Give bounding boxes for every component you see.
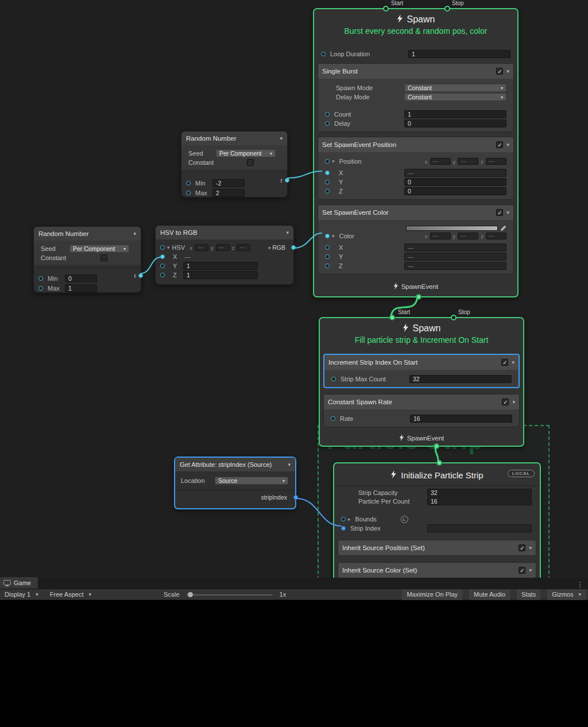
foldout-icon[interactable]: ▾ xyxy=(332,233,335,239)
block-set-color-header[interactable]: Set SpawnEvent Color ✓ ▾ xyxy=(318,205,513,220)
delay-field[interactable]: 0 xyxy=(404,119,506,127)
mute-audio-button[interactable]: Mute Audio xyxy=(469,589,510,600)
flow-port-start[interactable] xyxy=(383,6,389,11)
vfx-graph-canvas[interactable]: Particle Strip Start Stop Spawn Burst ev… xyxy=(0,0,588,578)
foldout-icon[interactable]: ▾ xyxy=(332,158,335,164)
enabled-checkbox[interactable]: ✓ xyxy=(502,399,509,405)
position-port[interactable] xyxy=(325,159,330,164)
max-port[interactable] xyxy=(186,191,191,195)
color-port[interactable] xyxy=(325,234,330,238)
seed-dropdown[interactable]: Per Component ▾ xyxy=(216,149,276,157)
strip-max-count-port[interactable] xyxy=(331,377,336,381)
hsv-to-rgb-node[interactable]: HSV to RGB ▾ ▾ HSV x— y— z— ▸ RGB X xyxy=(155,225,294,285)
display-dropdown[interactable]: Display 1 ▾ xyxy=(2,589,41,600)
count-field[interactable]: 1 xyxy=(404,110,506,118)
axis-y-field[interactable]: — xyxy=(458,158,478,165)
block-inherit-color-header[interactable]: Inherit Source Color (Set) ✓ ▾ xyxy=(338,563,536,578)
position-y-port[interactable] xyxy=(325,180,330,184)
node-header[interactable]: Get Attribute: stripIndex (Source) ▾ xyxy=(175,458,295,471)
gizmos-dropdown[interactable]: Gizmos ▾ xyxy=(547,589,586,600)
node-header[interactable]: HSV to RGB ▾ xyxy=(156,226,293,239)
spawn-mode-dropdown[interactable]: Constant ▾ xyxy=(404,84,506,92)
axis-y-field[interactable]: — xyxy=(216,244,230,251)
rate-port[interactable] xyxy=(331,416,335,421)
min-field[interactable]: -2 xyxy=(212,179,245,187)
maximize-on-play-button[interactable]: Maximize On Play xyxy=(402,589,462,600)
hsv-z-port[interactable] xyxy=(160,273,165,277)
foldout-icon[interactable]: ▸ xyxy=(269,245,272,250)
foldout-icon[interactable]: ▾ xyxy=(167,245,170,250)
loop-duration-port[interactable] xyxy=(321,52,326,56)
chevron-down-icon[interactable]: ▾ xyxy=(286,230,289,235)
chevron-down-icon[interactable]: ▾ xyxy=(529,545,532,551)
get-attribute-node[interactable]: Get Attribute: stripIndex (Source) ▾ Loc… xyxy=(174,457,296,509)
block-increment-header[interactable]: Increment Strip Index On Start ✓ ▾ xyxy=(324,355,519,370)
chevron-down-icon[interactable]: ▾ xyxy=(133,231,136,237)
max-field[interactable]: 2 xyxy=(212,189,245,197)
delay-port[interactable] xyxy=(325,121,330,126)
bounds-local-icon[interactable]: L xyxy=(401,516,408,523)
min-field[interactable]: 0 xyxy=(65,274,97,283)
rate-field[interactable]: 16 xyxy=(410,415,512,423)
scale-slider-knob[interactable] xyxy=(188,592,193,597)
scale-slider[interactable] xyxy=(187,589,273,600)
axis-z-field[interactable]: — xyxy=(237,244,250,251)
constant-checkbox[interactable] xyxy=(247,159,254,166)
hsv-y-field[interactable]: 1 xyxy=(183,262,258,270)
strip-index-field[interactable] xyxy=(427,524,532,532)
bounds-port[interactable] xyxy=(341,517,346,521)
position-z-field[interactable]: 0 xyxy=(404,187,506,195)
stats-button[interactable]: Stats xyxy=(517,589,540,600)
min-port[interactable] xyxy=(186,181,191,185)
position-z-port[interactable] xyxy=(325,189,330,194)
hsv-z-field[interactable]: 1 xyxy=(183,271,258,279)
max-port[interactable] xyxy=(38,286,43,291)
more-options-icon[interactable]: ⋮ xyxy=(572,581,588,589)
block-rate-header[interactable]: Constant Spawn Rate ✓ ▾ xyxy=(324,395,519,409)
flow-port-stop[interactable] xyxy=(444,6,450,11)
enabled-checkbox[interactable]: ✓ xyxy=(501,359,508,366)
hsv-x-port[interactable] xyxy=(160,254,165,259)
max-field[interactable]: 1 xyxy=(65,284,97,292)
delay-mode-dropdown[interactable]: Constant ▾ xyxy=(404,93,506,101)
chevron-down-icon[interactable]: ▾ xyxy=(506,142,509,148)
foldout-icon[interactable]: ▸ xyxy=(348,516,351,522)
hsv-y-port[interactable] xyxy=(160,264,165,268)
chevron-down-icon[interactable]: ▾ xyxy=(506,68,509,74)
color-x-port[interactable] xyxy=(325,245,330,250)
flow-port-stop[interactable] xyxy=(451,315,457,320)
random-number-node-1[interactable]: Random Number ▾ Seed Per Component ▾ Con… xyxy=(181,131,288,198)
position-x-port[interactable] xyxy=(325,171,330,175)
chevron-down-icon[interactable]: ▾ xyxy=(529,567,532,573)
chevron-down-icon[interactable]: ▾ xyxy=(288,462,291,467)
axis-x-field[interactable]: — xyxy=(430,158,451,165)
output-r-port[interactable] xyxy=(138,273,143,278)
color-x-field[interactable]: — xyxy=(404,243,506,252)
enabled-checkbox[interactable]: ✓ xyxy=(519,544,525,551)
hsv-port[interactable] xyxy=(160,245,165,250)
chevron-down-icon[interactable]: ▾ xyxy=(506,210,509,215)
axis-x-field[interactable]: — xyxy=(195,244,208,251)
min-port[interactable] xyxy=(38,276,43,281)
strip-capacity-field[interactable]: 32 xyxy=(427,489,532,497)
chevron-down-icon[interactable]: ▾ xyxy=(512,399,515,405)
color-y-port[interactable] xyxy=(325,254,330,259)
node-header[interactable]: Random Number ▾ xyxy=(181,132,287,145)
initialize-particle-strip-context[interactable]: Initialize Particle Strip LOCAL Strip Ca… xyxy=(333,462,541,578)
strip-max-count-field[interactable]: 32 xyxy=(409,375,512,383)
flow-port-spawnevent-out[interactable] xyxy=(434,443,439,449)
output-r-port[interactable] xyxy=(285,178,289,183)
enabled-checkbox[interactable]: ✓ xyxy=(496,141,503,148)
rgb-output-port[interactable] xyxy=(291,245,296,250)
spawn-context-burst[interactable]: Start Stop Spawn Burst every second & ra… xyxy=(313,8,519,297)
tab-game[interactable]: Game xyxy=(0,577,38,589)
strip-index-port[interactable] xyxy=(341,526,346,531)
flow-port-start[interactable] xyxy=(389,315,395,320)
block-single-burst-header[interactable]: Single Burst ✓ ▾ xyxy=(318,64,513,79)
particle-per-count-field[interactable]: 16 xyxy=(427,497,532,505)
count-port[interactable] xyxy=(325,112,330,117)
enabled-checkbox[interactable]: ✓ xyxy=(496,209,503,216)
enabled-checkbox[interactable]: ✓ xyxy=(519,567,525,574)
loop-duration-field[interactable]: 1 xyxy=(408,50,510,58)
spawn-context-strip[interactable]: Start Stop Spawn Fill particle strip & I… xyxy=(319,317,524,447)
